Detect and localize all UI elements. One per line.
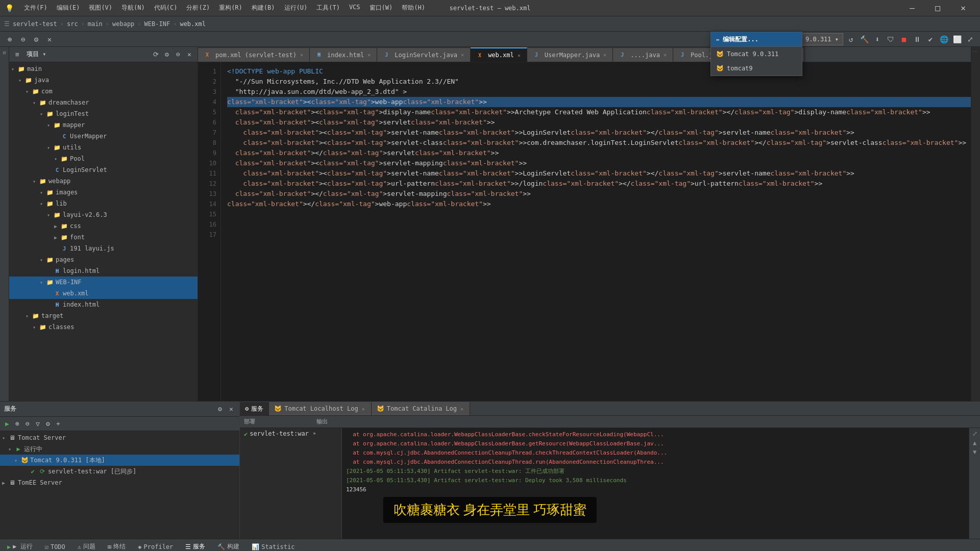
log-down-icon[interactable]: ▼ — [973, 448, 976, 456]
log-tab-catalina-close[interactable]: ✕ — [459, 406, 464, 412]
editor-tab[interactable]: X pom.xml (servlet-test) ✕ — [198, 47, 310, 62]
log-tab-localhost-close[interactable]: ✕ — [361, 406, 366, 412]
service-btn[interactable]: ☰ 服务 — [182, 541, 208, 551]
tree-item[interactable]: ▾ 📁 lib — [9, 198, 198, 209]
suspend-icon[interactable]: ⏸ — [912, 34, 923, 45]
menu-build[interactable]: 构建(B) — [248, 3, 279, 13]
expand-icon[interactable]: ⤢ — [965, 34, 976, 45]
log-expand-icon[interactable]: ⤢ — [972, 430, 977, 437]
tree-item[interactable]: J 191 layui.js — [9, 243, 198, 254]
build-icon[interactable]: 🔨 — [859, 34, 870, 45]
svc-run-icon[interactable]: ▶ — [3, 420, 11, 428]
close-panel-icon[interactable]: ✕ — [44, 34, 55, 45]
tab-close-button[interactable]: ✕ — [366, 52, 372, 58]
tree-item[interactable]: ▾ 📁 images — [9, 187, 198, 198]
gear-icon[interactable]: ⚙ — [163, 51, 171, 59]
statistic-btn[interactable]: 📊 Statistic — [249, 542, 298, 552]
menu-view[interactable]: 视图(V) — [85, 3, 116, 13]
tree-item[interactable]: ▾ 📁 main — [9, 63, 198, 74]
layout-icon[interactable]: ⬜ — [951, 34, 963, 45]
svc-war[interactable]: ✔ ⟳ servlet-test:war [已同步] — [0, 466, 239, 477]
tree-item[interactable]: ▶ 📁 css — [9, 220, 198, 232]
log-tab-catalina[interactable]: 🐱 Tomcat Catalina Log ✕ — [372, 402, 470, 415]
maximize-button[interactable]: □ — [926, 0, 949, 16]
sync-icon[interactable]: ⟳ — [152, 51, 160, 59]
tree-item[interactable]: ▾ 📁 webapp — [9, 176, 198, 187]
tree-item[interactable]: ▾ 📁 layui-v2.6.3 — [9, 209, 198, 220]
collapse-icon[interactable]: ⊖ — [17, 34, 29, 45]
run-coverage-icon[interactable]: 🛡 — [885, 34, 896, 45]
log-tab-service[interactable]: ⚙ 服务 — [240, 402, 269, 415]
expand-all-icon[interactable]: ⊕ — [4, 34, 15, 45]
dropdown-edit-config[interactable]: ✏ 编辑配置... — [711, 32, 802, 46]
dropdown-tomcat-9[interactable]: 🐱 Tomcat 9.0.311 — [711, 47, 802, 61]
editor-tab[interactable]: X web.xml ✕ — [471, 47, 527, 62]
svc-collapse-icon[interactable]: ⊖ — [23, 420, 32, 428]
tab-close-button[interactable]: ✕ — [299, 52, 304, 58]
services-settings-icon[interactable]: ⚙ — [216, 405, 224, 413]
svc-tomcat-9[interactable]: ▾ 🐱 Tomcat 9.0.311 [本地] — [0, 455, 239, 466]
menu-navigate[interactable]: 导航(N) — [117, 3, 149, 13]
breadcrumb-src[interactable]: src — [67, 20, 78, 28]
tree-item[interactable]: ▾ 📁 Pool — [9, 153, 198, 164]
tree-item[interactable]: C UserMapper — [9, 131, 198, 142]
tree-item[interactable]: ▾ 📁 target — [9, 310, 198, 321]
breadcrumb-project[interactable]: servlet-test — [13, 20, 57, 28]
stop-button[interactable]: ■ — [898, 34, 910, 45]
menu-file[interactable]: 文件(F) — [20, 3, 52, 13]
svc-tomcat-server[interactable]: ▾ 🖥 Tomcat Server — [0, 432, 239, 443]
close-button[interactable]: ✕ — [951, 0, 975, 16]
tree-item[interactable]: ▾ 📁 loginTest — [9, 108, 198, 119]
editor-tab[interactable]: J ....java ✕ — [613, 47, 673, 62]
minimize-button[interactable]: — — [900, 0, 924, 16]
menu-window[interactable]: 窗口(W) — [365, 3, 397, 13]
menu-code[interactable]: 代码(C) — [150, 3, 182, 13]
menu-help[interactable]: 帮助(H) — [398, 3, 429, 13]
tree-item[interactable]: ▾ 📁 mapper — [9, 119, 198, 131]
todo-btn[interactable]: ☑ TODO — [42, 542, 68, 552]
reload-icon[interactable]: ↺ — [845, 34, 856, 45]
profiler-btn[interactable]: ◈ Profiler — [135, 542, 176, 552]
menu-refactor[interactable]: 重构(R) — [215, 3, 247, 13]
tree-item[interactable]: H login.html — [9, 265, 198, 277]
tree-item[interactable]: ▶ 📁 font — [9, 232, 198, 243]
deploy-arrow-icon[interactable]: ➤ — [313, 430, 316, 437]
commit-icon[interactable]: ✔ — [925, 34, 936, 45]
breadcrumb-webxml[interactable]: web.xml — [180, 20, 206, 28]
editor-main[interactable]: 1234567891011121314151617 <!DOCTYPE web-… — [198, 62, 971, 401]
svc-add-icon[interactable]: + — [54, 420, 62, 428]
services-close-icon[interactable]: ✕ — [227, 405, 235, 413]
translate-icon[interactable]: 🌐 — [938, 34, 949, 45]
tree-item[interactable]: ▾ 📁 classes — [9, 321, 198, 333]
dropdown-tomcat9[interactable]: 🐱 tomcat9 — [711, 61, 802, 76]
menu-vcs[interactable]: VCS — [345, 3, 364, 13]
settings-icon[interactable]: ⚙ — [31, 34, 42, 45]
terminal-btn[interactable]: ⊞ 终结 — [105, 541, 129, 551]
run-btn[interactable]: ▶ ▶ 运行 — [4, 541, 36, 551]
svc-filter-icon[interactable]: ▽ — [34, 420, 42, 428]
svc-expand-icon[interactable]: ⊕ — [13, 420, 21, 428]
log-tab-localhost[interactable]: 🐱 Tomcat Localhost Log ✕ — [269, 402, 372, 415]
editor-tab[interactable]: J LoginServlet.java ✕ — [377, 47, 471, 62]
tree-item[interactable]: H index.html — [9, 299, 198, 310]
editor-tab[interactable]: H index.html ✕ — [310, 47, 377, 62]
structure-icon[interactable]: ≡ — [1, 49, 8, 57]
log-up-icon[interactable]: ▲ — [973, 439, 976, 446]
update-icon[interactable]: ⬇ — [872, 34, 883, 45]
tab-close-button[interactable]: ✕ — [460, 52, 465, 58]
services-tree[interactable]: ▾ 🖥 Tomcat Server ▾ ▶ 运行中 ▾ 🐱 Tomcat 9.0… — [0, 431, 239, 539]
menu-analyze[interactable]: 分析(Z) — [182, 3, 214, 13]
svc-tomee[interactable]: ▶ 🖥 TomEE Server — [0, 477, 239, 488]
menu-tools[interactable]: 工具(T) — [312, 3, 344, 13]
code-area[interactable]: <!DOCTYPE web-app PUBLIC "-//Sun Microsy… — [221, 62, 971, 401]
project-dropdown-icon[interactable]: ≡ — [13, 51, 21, 59]
tree-item[interactable]: ▾ 📁 pages — [9, 254, 198, 265]
tab-close-button[interactable]: ✕ — [517, 52, 522, 59]
breadcrumb-webinf[interactable]: WEB-INF — [144, 20, 170, 28]
menu-edit[interactable]: 编辑(E) — [53, 3, 84, 13]
menu-run[interactable]: 运行(U) — [280, 3, 312, 13]
tree-item[interactable]: ▾ 📁 dreamchaser — [9, 97, 198, 108]
build-btn[interactable]: 🔨 构建 — [214, 541, 242, 551]
tree-item[interactable]: X web.xml — [9, 288, 198, 299]
tree-item[interactable]: ▾ 📁 java — [9, 74, 198, 86]
